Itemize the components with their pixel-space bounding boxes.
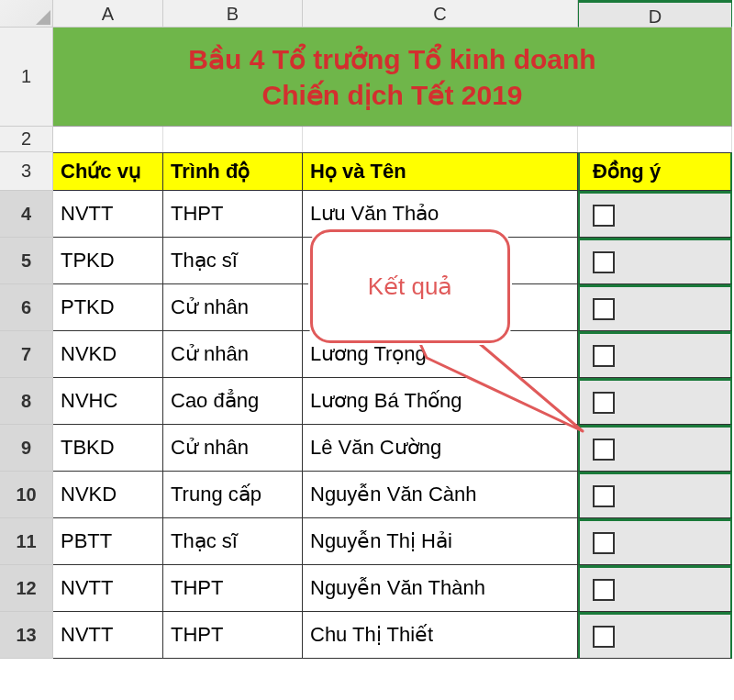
cell-b6[interactable]: Cử nhân	[163, 284, 303, 331]
row-header-11[interactable]: 11	[0, 518, 53, 565]
column-header-d[interactable]: D	[578, 0, 732, 28]
cell-a8[interactable]: NVHC	[53, 378, 163, 425]
cell-a9[interactable]: TBKD	[53, 425, 163, 472]
column-header-b[interactable]: B	[163, 0, 303, 28]
table-row: 10NVKDTrung cấpNguyễn Văn Cành	[0, 472, 734, 518]
row-2: 2	[0, 127, 734, 152]
header-ho-ten[interactable]: Họ và Tên	[303, 152, 578, 191]
table-row: 9TBKDCử nhânLê Văn Cường	[0, 425, 734, 472]
row-header-13[interactable]: 13	[0, 612, 53, 659]
table-row: 13NVTTTHPTChu Thị Thiết	[0, 612, 734, 659]
cell-c13[interactable]: Chu Thị Thiết	[303, 612, 578, 659]
callout-tail-icon	[417, 330, 601, 450]
cell-b9[interactable]: Cử nhân	[163, 425, 303, 472]
checkbox-row-6[interactable]	[593, 298, 615, 320]
cell-b13[interactable]: THPT	[163, 612, 303, 659]
cell-b8[interactable]: Cao đẳng	[163, 378, 303, 425]
cell-a12[interactable]: NVTT	[53, 565, 163, 612]
row-1: 1 Bầu 4 Tổ trưởng Tổ kinh doanh Chiến dị…	[0, 28, 734, 127]
checkbox-row-11[interactable]	[593, 532, 615, 554]
cell-d4[interactable]	[578, 191, 732, 238]
rows-container: 1 Bầu 4 Tổ trưởng Tổ kinh doanh Chiến dị…	[0, 28, 734, 659]
checkbox-row-4[interactable]	[593, 205, 615, 227]
row-header-8[interactable]: 8	[0, 378, 53, 425]
row-header-1[interactable]: 1	[0, 28, 53, 127]
title-merged-cell[interactable]: Bầu 4 Tổ trưởng Tổ kinh doanh Chiến dịch…	[53, 28, 732, 127]
cell-d8[interactable]	[578, 378, 732, 425]
row-3-headers: 3 Chức vụ Trình độ Họ và Tên Đồng ý	[0, 152, 734, 191]
cell-a10[interactable]: NVKD	[53, 472, 163, 518]
checkbox-row-13[interactable]	[593, 626, 615, 648]
checkbox-row-5[interactable]	[593, 251, 615, 273]
cell-b11[interactable]: Thạc sĩ	[163, 518, 303, 565]
checkbox-row-12[interactable]	[593, 579, 615, 601]
cell-b4[interactable]: THPT	[163, 191, 303, 238]
row-header-2[interactable]: 2	[0, 127, 53, 152]
table-row: 11PBTTThạc sĩNguyễn Thị Hải	[0, 518, 734, 565]
cell-d12[interactable]	[578, 565, 732, 612]
cell-c11[interactable]: Nguyễn Thị Hải	[303, 518, 578, 565]
select-all-corner[interactable]	[0, 0, 53, 28]
row-header-10[interactable]: 10	[0, 472, 53, 518]
cell-d6[interactable]	[578, 284, 732, 331]
callout-text: Kết quả	[368, 272, 453, 301]
row-header-4[interactable]: 4	[0, 191, 53, 238]
cell-c12[interactable]: Nguyễn Văn Thành	[303, 565, 578, 612]
cell-a13[interactable]: NVTT	[53, 612, 163, 659]
cell-b2[interactable]	[163, 127, 303, 152]
column-header-a[interactable]: A	[53, 0, 163, 28]
row-header-7[interactable]: 7	[0, 331, 53, 378]
title-line-1: Bầu 4 Tổ trưởng Tổ kinh doanh	[61, 41, 724, 77]
header-trinh-do[interactable]: Trình độ	[163, 152, 303, 191]
row-header-5[interactable]: 5	[0, 238, 53, 284]
header-chuc-vu[interactable]: Chức vụ	[53, 152, 163, 191]
cell-c2[interactable]	[303, 127, 578, 152]
checkbox-row-10[interactable]	[593, 485, 615, 507]
title-line-2: Chiến dịch Tết 2019	[61, 77, 724, 113]
cell-b10[interactable]: Trung cấp	[163, 472, 303, 518]
callout-bubble: Kết quả	[310, 229, 510, 343]
svg-marker-0	[417, 338, 583, 431]
cell-a4[interactable]: NVTT	[53, 191, 163, 238]
cell-a6[interactable]: PTKD	[53, 284, 163, 331]
cell-d2[interactable]	[578, 127, 732, 152]
cell-b7[interactable]: Cử nhân	[163, 331, 303, 378]
cell-b12[interactable]: THPT	[163, 565, 303, 612]
cell-a7[interactable]: NVKD	[53, 331, 163, 378]
cell-d5[interactable]	[578, 238, 732, 284]
header-dong-y[interactable]: Đồng ý	[578, 152, 732, 191]
row-header-3[interactable]: 3	[0, 152, 53, 191]
row-header-12[interactable]: 12	[0, 565, 53, 612]
table-row: 8NVHCCao đẳngLương Bá Thống	[0, 378, 734, 425]
cell-c10[interactable]: Nguyễn Văn Cành	[303, 472, 578, 518]
cell-d7[interactable]	[578, 331, 732, 378]
cell-d11[interactable]	[578, 518, 732, 565]
cell-b5[interactable]: Thạc sĩ	[163, 238, 303, 284]
cell-a2[interactable]	[53, 127, 163, 152]
cell-d10[interactable]	[578, 472, 732, 518]
cell-a5[interactable]: TPKD	[53, 238, 163, 284]
cell-d13[interactable]	[578, 612, 732, 659]
column-header-c[interactable]: C	[303, 0, 578, 28]
table-row: 12NVTTTHPTNguyễn Văn Thành	[0, 565, 734, 612]
column-headers-row: A B C D	[0, 0, 734, 28]
cell-d9[interactable]	[578, 425, 732, 472]
cell-a11[interactable]: PBTT	[53, 518, 163, 565]
row-header-6[interactable]: 6	[0, 284, 53, 331]
row-header-9[interactable]: 9	[0, 425, 53, 472]
